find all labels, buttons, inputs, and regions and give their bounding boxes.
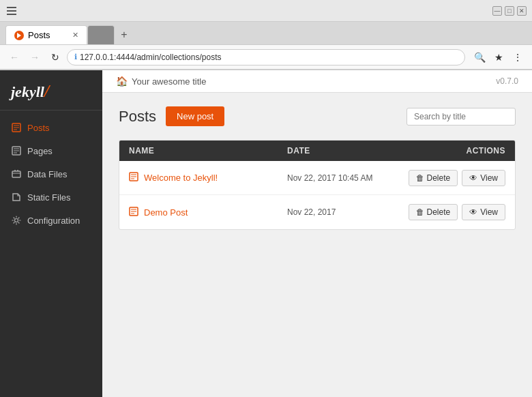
bookmark-icon[interactable]: ★	[490, 48, 507, 66]
row-1-name: Welcome to Jekyll!	[129, 172, 287, 183]
row-2-name: Demo Post	[129, 207, 287, 218]
tab-posts[interactable]: Posts ✕	[5, 25, 87, 44]
sidebar-item-static-files[interactable]: Static Files	[0, 186, 102, 209]
home-icon: 🏠	[116, 76, 128, 87]
sidebar-item-label: Data Files	[27, 169, 68, 179]
new-tab-button[interactable]: +	[115, 25, 134, 44]
table-header: NAME DATE ACTIONS	[119, 141, 515, 161]
sidebar-item-label: Static Files	[27, 192, 71, 203]
col-name: NAME	[129, 146, 287, 156]
view-icon: 👁	[469, 207, 477, 217]
tab-label: Posts	[28, 30, 50, 40]
address-text: 127.0.0.1:4444/admin/collections/posts	[80, 53, 221, 62]
static-files-icon	[11, 192, 22, 203]
address-bar[interactable]: ℹ 127.0.0.1:4444/admin/collections/posts	[67, 49, 465, 65]
row-2-view-button[interactable]: 👁 View	[462, 204, 505, 220]
sidebar-navigation: Posts Pages Data Files Static Files	[0, 111, 102, 397]
configuration-icon	[11, 215, 22, 226]
row-2-title: Demo Post	[144, 207, 188, 218]
sidebar: jekyll/ Posts Pages Data Files	[0, 70, 102, 397]
breadcrumb: 🏠 Your awesome title	[116, 76, 206, 87]
menu-icon[interactable]: ⋮	[509, 48, 527, 66]
sidebar-logo: jekyll/	[0, 70, 102, 111]
app-icon	[5, 5, 18, 17]
col-actions: ACTIONS	[424, 146, 505, 156]
posts-table: NAME DATE ACTIONS Welcome to Jekyll! Nov…	[119, 140, 516, 230]
sidebar-item-configuration[interactable]: Configuration	[0, 209, 102, 232]
logo-text: jekyll/	[11, 83, 49, 100]
maximize-button[interactable]: □	[505, 6, 514, 16]
svg-rect-11	[12, 171, 20, 177]
sidebar-item-label: Posts	[27, 123, 50, 133]
delete-icon: 🗑	[416, 207, 424, 217]
main-content: Posts New post NAME DATE ACTIONS	[102, 93, 532, 397]
tab-favicon	[14, 31, 24, 40]
row-1-date: Nov 22, 2017 10:45 AM	[287, 173, 424, 183]
content-header: Posts New post	[119, 106, 516, 126]
back-button[interactable]: ←	[5, 48, 23, 66]
nav-bar: ← → ↻ ℹ 127.0.0.1:4444/admin/collections…	[0, 45, 532, 70]
version-label: v0.7.0	[496, 76, 518, 86]
close-button[interactable]: ✕	[517, 6, 527, 16]
search-box	[407, 108, 516, 126]
sidebar-item-label: Pages	[27, 146, 53, 156]
row-1-title: Welcome to Jekyll!	[144, 173, 218, 183]
data-files-icon	[11, 168, 22, 179]
view-icon: 👁	[469, 173, 477, 183]
post-icon	[129, 172, 138, 183]
row-2-delete-button[interactable]: 🗑 Delete	[409, 204, 458, 220]
svg-rect-0	[7, 7, 16, 8]
new-post-button[interactable]: New post	[166, 106, 224, 126]
title-bar: — □ ✕	[0, 0, 532, 22]
row-2-date: Nov 22, 2017	[287, 207, 424, 217]
table-row: Welcome to Jekyll! Nov 22, 2017 10:45 AM…	[119, 161, 515, 195]
row-1-delete-button[interactable]: 🗑 Delete	[409, 170, 458, 186]
app-container: jekyll/ Posts Pages Data Files	[0, 70, 532, 397]
window-controls[interactable]: — □ ✕	[492, 6, 527, 16]
sidebar-item-label: Configuration	[27, 216, 80, 226]
sidebar-item-pages[interactable]: Pages	[0, 139, 102, 162]
logo-j: jekyll	[11, 83, 44, 100]
search-input[interactable]	[407, 108, 516, 126]
minimize-button[interactable]: —	[492, 6, 502, 16]
breadcrumb-title: Your awesome title	[132, 76, 206, 87]
table-row: Demo Post Nov 22, 2017 🗑 Delete 👁 View	[119, 195, 515, 229]
col-date: DATE	[287, 146, 424, 156]
row-1-actions: 🗑 Delete 👁 View	[424, 170, 505, 186]
delete-icon: 🗑	[416, 173, 424, 183]
search-icon[interactable]: 🔍	[471, 48, 488, 66]
logo-slash: /	[44, 81, 49, 101]
reload-button[interactable]: ↻	[46, 48, 64, 66]
tab-close-button[interactable]: ✕	[72, 31, 78, 40]
svg-rect-2	[7, 14, 16, 15]
top-bar: 🏠 Your awesome title v0.7.0	[102, 70, 532, 93]
pages-icon	[11, 145, 22, 156]
lock-icon: ℹ	[74, 53, 77, 61]
tab-inactive[interactable]	[87, 25, 115, 44]
forward-button[interactable]: →	[26, 48, 44, 66]
post-icon	[129, 207, 138, 218]
main-area: 🏠 Your awesome title v0.7.0 Posts New po…	[102, 70, 532, 397]
row-1-view-button[interactable]: 👁 View	[462, 170, 505, 186]
svg-rect-1	[7, 10, 16, 12]
svg-point-14	[15, 219, 18, 222]
row-2-actions: 🗑 Delete 👁 View	[424, 204, 505, 220]
posts-icon	[11, 122, 22, 133]
page-title: Posts	[119, 108, 156, 126]
sidebar-item-posts[interactable]: Posts	[0, 116, 102, 139]
sidebar-item-data-files[interactable]: Data Files	[0, 162, 102, 186]
